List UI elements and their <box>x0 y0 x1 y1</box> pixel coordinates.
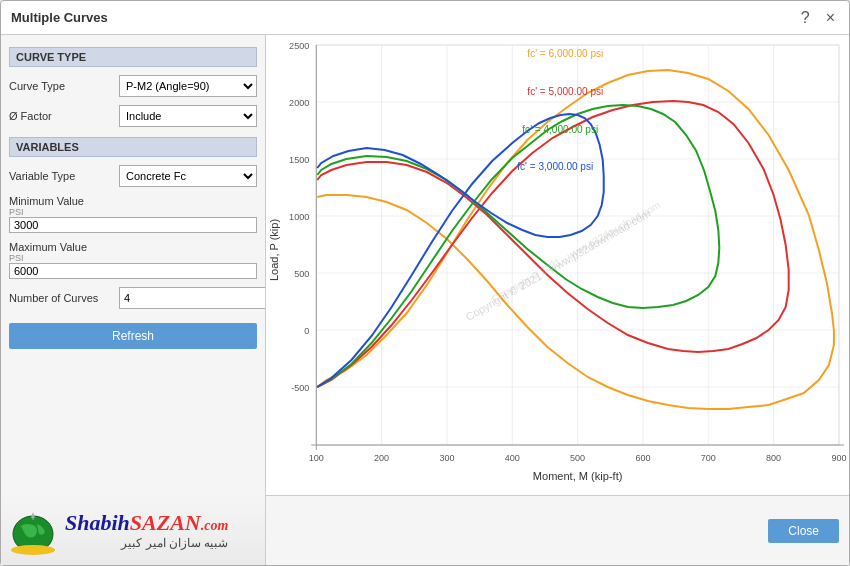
num-curves-label: Number of Curves <box>9 292 119 304</box>
svg-text:fc' = 3,000.00 psi: fc' = 3,000.00 psi <box>517 161 593 172</box>
svg-text:2000: 2000 <box>289 98 309 108</box>
variables-header: VARIABLES <box>9 137 257 157</box>
logo-sub-text: شبیه سازان امیر کبیر <box>65 536 228 550</box>
content-area: CURVE TYPE Curve Type P-M2 (Angle=90) Ø … <box>1 35 849 495</box>
logo-com: .com <box>201 518 229 533</box>
variable-type-select[interactable]: Concrete Fc <box>119 165 257 187</box>
logo-shabih: Shabih <box>65 510 130 535</box>
svg-text:fc' = 4,000.00 psi: fc' = 4,000.00 psi <box>522 124 598 135</box>
num-curves-input[interactable] <box>119 287 266 309</box>
variable-type-row: Variable Type Concrete Fc <box>9 163 257 189</box>
logo-icon <box>7 504 59 556</box>
min-value-label: Minimum Value <box>9 195 257 207</box>
variable-type-label: Variable Type <box>9 170 119 182</box>
phi-factor-row: Ø Factor Include <box>9 103 257 129</box>
svg-text:fc' = 5,000.00 psi: fc' = 5,000.00 psi <box>527 86 603 97</box>
svg-text:600: 600 <box>635 453 650 463</box>
svg-text:Load, P (kip): Load, P (kip) <box>268 219 280 281</box>
chart-area: Copyright © 2021 - www.p32download.com <box>266 35 849 495</box>
min-value-input[interactable] <box>9 217 257 233</box>
logo-sazan: SAZAN <box>130 510 201 535</box>
title-bar: Multiple Curves ? × <box>1 1 849 35</box>
svg-text:400: 400 <box>505 453 520 463</box>
curve-type-header: CURVE TYPE <box>9 47 257 67</box>
refresh-button[interactable]: Refresh <box>9 323 257 349</box>
svg-text:1000: 1000 <box>289 212 309 222</box>
phi-factor-label: Ø Factor <box>9 110 119 122</box>
title-bar-buttons: ? × <box>797 10 839 26</box>
close-button[interactable]: Close <box>768 519 839 543</box>
svg-marker-47 <box>31 512 35 518</box>
logo-main-text: ShabihSAZAN.com <box>65 510 228 536</box>
min-value-row: Minimum Value PSI <box>9 193 257 235</box>
svg-text:500: 500 <box>570 453 585 463</box>
svg-text:500: 500 <box>294 269 309 279</box>
close-x-button[interactable]: × <box>822 10 839 26</box>
curve-type-label: Curve Type <box>9 80 119 92</box>
svg-text:700: 700 <box>701 453 716 463</box>
max-value-unit: PSI <box>9 253 257 263</box>
svg-text:800: 800 <box>766 453 781 463</box>
max-value-label: Maximum Value <box>9 241 257 253</box>
svg-text:1500: 1500 <box>289 155 309 165</box>
svg-text:300: 300 <box>439 453 454 463</box>
svg-text:fc' = 6,000.00 psi: fc' = 6,000.00 psi <box>527 48 603 59</box>
num-curves-row: Number of Curves <box>9 285 257 311</box>
min-value-unit: PSI <box>9 207 257 217</box>
curve-type-select[interactable]: P-M2 (Angle=90) <box>119 75 257 97</box>
svg-text:100: 100 <box>309 453 324 463</box>
logo-text: ShabihSAZAN.com شبیه سازان امیر کبیر <box>65 510 228 550</box>
help-button[interactable]: ? <box>797 10 814 26</box>
dialog: Multiple Curves ? × CURVE TYPE Curve Typ… <box>0 0 850 566</box>
dialog-title: Multiple Curves <box>11 10 108 25</box>
svg-text:Moment, M (kip-ft): Moment, M (kip-ft) <box>533 470 623 482</box>
svg-text:0: 0 <box>304 326 309 336</box>
chart-svg: 2500 2000 1500 1000 500 0 -500 100 200 3… <box>266 35 849 495</box>
svg-text:-500: -500 <box>291 383 309 393</box>
svg-point-45 <box>11 545 55 555</box>
svg-text:200: 200 <box>374 453 389 463</box>
max-value-row: Maximum Value PSI <box>9 239 257 281</box>
curve-type-row: Curve Type P-M2 (Angle=90) <box>9 73 257 99</box>
left-panel: CURVE TYPE Curve Type P-M2 (Angle=90) Ø … <box>1 35 266 495</box>
svg-text:900: 900 <box>831 453 846 463</box>
logo-area: ShabihSAZAN.com شبیه سازان امیر کبیر <box>1 495 266 565</box>
phi-factor-select[interactable]: Include <box>119 105 257 127</box>
svg-text:2500: 2500 <box>289 41 309 51</box>
max-value-input[interactable] <box>9 263 257 279</box>
